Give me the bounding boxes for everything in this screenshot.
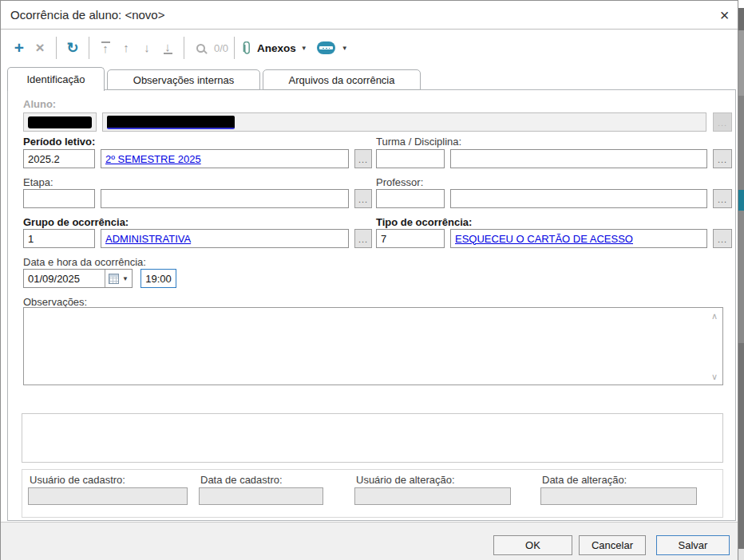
toolbar-separator xyxy=(184,37,184,59)
search-button[interactable] xyxy=(190,37,211,58)
periodo-letivo-code-input[interactable]: 2025.2 xyxy=(23,149,95,168)
grupo-ocorrencia-value-field[interactable]: ADMINISTRATIVA xyxy=(101,229,349,248)
professor-value-field[interactable] xyxy=(450,189,707,208)
grupo-ocorrencia-code-input[interactable]: 1 xyxy=(23,229,95,248)
attachments-button[interactable]: Anexos ▼ xyxy=(240,37,309,58)
refresh-icon: ↻ xyxy=(66,40,78,56)
arrow-up-to-bar-icon: ↑ xyxy=(101,41,110,54)
grupo-ocorrencia-browse-button[interactable]: ... xyxy=(354,229,372,248)
add-record-button[interactable]: + xyxy=(9,37,30,58)
calendar-icon xyxy=(109,274,119,284)
attachments-label: Anexos xyxy=(257,42,296,54)
grupo-ocorrencia-link[interactable]: ADMINISTRATIVA xyxy=(105,233,191,245)
turma-disciplina-browse-button[interactable]: ... xyxy=(713,149,732,168)
scroll-up-icon[interactable]: ∧ xyxy=(711,312,718,320)
arrow-down-icon: ↓ xyxy=(144,42,150,53)
plus-icon: + xyxy=(14,40,24,56)
close-icon[interactable]: × xyxy=(714,5,735,26)
etapa-label: Etapa: xyxy=(23,176,53,188)
previous-record-button[interactable]: ↑ xyxy=(116,37,137,58)
data-cadastro-label: Data de cadastro: xyxy=(200,474,283,486)
toolbar-separator xyxy=(89,37,89,59)
record-counter: 0/0 xyxy=(214,42,228,54)
professor-code-input[interactable] xyxy=(376,189,445,208)
usuario-cadastro-field xyxy=(28,487,188,505)
observacoes-textarea[interactable]: ∧ ∨ xyxy=(23,307,723,385)
tipo-ocorrencia-link[interactable]: ESQUECEU O CARTÃO DE ACESSO xyxy=(455,233,633,245)
caret-down-icon: ▼ xyxy=(122,275,129,282)
window-title: Ocorrência de aluno: <novo> xyxy=(10,1,164,29)
professor-label: Professor: xyxy=(376,176,423,188)
background-window-sliver xyxy=(738,0,744,560)
aluno-code-field xyxy=(23,112,97,132)
toolbar-separator xyxy=(234,37,235,59)
delete-x-icon: × xyxy=(35,40,44,56)
delete-record-button[interactable]: × xyxy=(30,37,50,58)
tipo-ocorrencia-value-field[interactable]: ESQUECEU O CARTÃO DE ACESSO xyxy=(450,229,707,248)
scroll-down-icon[interactable]: ∨ xyxy=(711,373,718,381)
footer-bar: OK Cancelar Salvar xyxy=(1,522,738,560)
periodo-letivo-label: Período letivo: xyxy=(23,136,95,148)
tab-identificacao[interactable]: Identificação xyxy=(7,67,105,91)
periodo-letivo-link[interactable]: 2º SEMESTRE 2025 xyxy=(105,153,201,165)
caret-down-icon: ▼ xyxy=(301,45,307,52)
turma-disciplina-code-input[interactable] xyxy=(376,149,445,168)
refresh-button[interactable]: ↻ xyxy=(62,37,83,58)
toolbar-separator xyxy=(56,37,57,59)
usuario-alteracao-label: Usuário de alteração: xyxy=(356,474,455,486)
data-cadastro-field xyxy=(199,487,323,505)
aluno-name-field xyxy=(102,112,706,132)
usuario-alteracao-field xyxy=(354,487,511,505)
turma-disciplina-value-field[interactable] xyxy=(450,149,707,168)
cancel-button[interactable]: Cancelar xyxy=(579,535,646,555)
tipo-ocorrencia-label: Tipo de ocorrência: xyxy=(376,216,472,228)
next-record-button[interactable]: ↓ xyxy=(137,37,157,58)
arrow-up-icon: ↑ xyxy=(123,42,129,53)
paperclip-icon xyxy=(242,41,252,55)
tipo-ocorrencia-code-input[interactable]: 7 xyxy=(376,229,445,248)
print-button[interactable]: ▼ xyxy=(317,37,348,58)
date-input[interactable]: 01/09/2025 ▼ xyxy=(23,269,133,288)
tipo-ocorrencia-browse-button[interactable]: ... xyxy=(713,229,732,248)
printer-icon xyxy=(317,41,335,54)
tab-arquivos-da-ocorrencia[interactable]: Arquivos da ocorrência xyxy=(263,69,421,90)
turma-disciplina-label: Turma / Disciplina: xyxy=(376,136,461,148)
first-record-button[interactable]: ↑ xyxy=(95,37,116,58)
toolbar: + × ↻ ↑ ↑ ↓ ↓ 0/0 Anexos ▼ xyxy=(1,30,736,65)
data-alteracao-field xyxy=(540,487,697,505)
search-icon xyxy=(196,44,205,53)
etapa-browse-button[interactable]: ... xyxy=(354,189,372,208)
observacoes-label: Observações: xyxy=(23,296,87,308)
aluno-browse-button: ... xyxy=(713,112,732,132)
ok-button[interactable]: OK xyxy=(493,535,572,555)
etapa-value-field[interactable] xyxy=(101,189,349,208)
etapa-code-input[interactable] xyxy=(23,189,95,208)
caret-down-icon: ▼ xyxy=(342,45,348,52)
tab-bar: Identificação Observações internas Arqui… xyxy=(1,67,738,91)
last-record-button[interactable]: ↓ xyxy=(157,37,178,58)
periodo-letivo-value-field[interactable]: 2º SEMESTRE 2025 xyxy=(101,149,349,168)
redaction-bar xyxy=(28,116,92,128)
dialog-ocorrencia-aluno: Ocorrência de aluno: <novo> × + × ↻ ↑ ↑ … xyxy=(0,0,738,560)
data-alteracao-label: Data de alteração: xyxy=(542,474,627,486)
redaction-bar xyxy=(107,116,235,129)
usuario-cadastro-label: Usuário de cadastro: xyxy=(30,474,125,486)
info-box xyxy=(22,413,723,463)
professor-browse-button[interactable]: ... xyxy=(713,189,732,208)
periodo-letivo-browse-button[interactable]: ... xyxy=(354,149,372,168)
save-button[interactable]: Salvar xyxy=(656,535,730,555)
title-bar: Ocorrência de aluno: <novo> × xyxy=(1,1,738,30)
data-hora-label: Data e hora da ocorrência: xyxy=(23,256,146,268)
aluno-label: Aluno: xyxy=(23,98,56,110)
calendar-dropdown-button[interactable]: ▼ xyxy=(105,270,132,287)
tab-observacoes-internas[interactable]: Observações internas xyxy=(107,69,260,90)
time-input[interactable]: 19:00 xyxy=(140,269,176,288)
arrow-down-to-bar-icon: ↓ xyxy=(164,41,172,54)
screen: Ocorrência de aluno: <novo> × + × ↻ ↑ ↑ … xyxy=(0,0,744,560)
grupo-ocorrencia-label: Grupo de ocorrência: xyxy=(23,216,129,228)
